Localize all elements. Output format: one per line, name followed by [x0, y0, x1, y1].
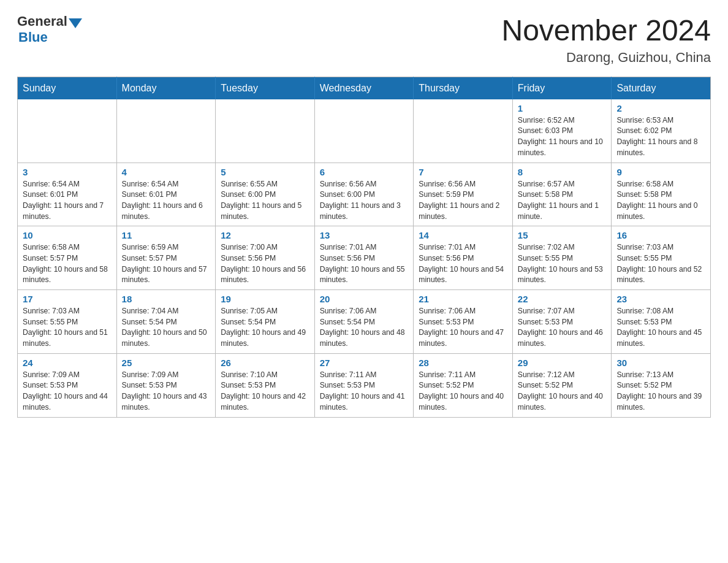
day-number: 28	[419, 358, 507, 368]
day-number: 1	[518, 103, 607, 113]
day-info: Sunrise: 7:11 AM Sunset: 5:53 PM Dayligh…	[320, 370, 409, 413]
day-number: 23	[616, 294, 705, 304]
day-number: 29	[518, 358, 607, 368]
day-info: Sunrise: 6:59 AM Sunset: 5:57 PM Dayligh…	[122, 242, 211, 286]
weekday-header-friday: Friday	[512, 77, 612, 99]
day-info: Sunrise: 6:57 AM Sunset: 5:58 PM Dayligh…	[518, 179, 607, 223]
day-info: Sunrise: 7:02 AM Sunset: 5:55 PM Dayligh…	[518, 242, 607, 286]
day-number: 14	[419, 230, 507, 240]
day-number: 10	[23, 230, 112, 240]
calendar-cell: 4Sunrise: 6:54 AM Sunset: 6:01 PM Daylig…	[116, 163, 216, 226]
weekday-header-tuesday: Tuesday	[216, 77, 315, 99]
day-info: Sunrise: 7:08 AM Sunset: 5:53 PM Dayligh…	[616, 306, 705, 350]
day-info: Sunrise: 7:07 AM Sunset: 5:53 PM Dayligh…	[518, 306, 607, 350]
calendar-week-row: 24Sunrise: 7:09 AM Sunset: 5:53 PM Dayli…	[18, 353, 711, 417]
day-number: 16	[616, 230, 705, 240]
day-number: 3	[23, 167, 112, 177]
calendar-table: SundayMondayTuesdayWednesdayThursdayFrid…	[17, 77, 711, 418]
day-number: 15	[518, 230, 607, 240]
calendar-cell: 18Sunrise: 7:04 AM Sunset: 5:54 PM Dayli…	[116, 290, 216, 354]
calendar-cell: 20Sunrise: 7:06 AM Sunset: 5:54 PM Dayli…	[314, 290, 414, 354]
logo-blue-text: Blue	[18, 29, 48, 45]
day-info: Sunrise: 7:04 AM Sunset: 5:54 PM Dayligh…	[122, 306, 211, 350]
title-area: November 2024 Darong, Guizhou, China	[501, 15, 711, 66]
day-number: 27	[320, 358, 409, 368]
calendar-week-row: 10Sunrise: 6:58 AM Sunset: 5:57 PM Dayli…	[18, 226, 711, 290]
day-info: Sunrise: 7:12 AM Sunset: 5:52 PM Dayligh…	[518, 370, 607, 413]
calendar-cell: 3Sunrise: 6:54 AM Sunset: 6:01 PM Daylig…	[18, 163, 117, 226]
day-info: Sunrise: 6:56 AM Sunset: 5:59 PM Dayligh…	[419, 179, 507, 223]
day-info: Sunrise: 7:09 AM Sunset: 5:53 PM Dayligh…	[122, 370, 211, 413]
calendar-cell: 5Sunrise: 6:55 AM Sunset: 6:00 PM Daylig…	[216, 163, 315, 226]
day-number: 24	[23, 358, 112, 368]
day-info: Sunrise: 7:03 AM Sunset: 5:55 PM Dayligh…	[23, 306, 112, 350]
day-info: Sunrise: 7:01 AM Sunset: 5:56 PM Dayligh…	[419, 242, 507, 286]
day-info: Sunrise: 6:55 AM Sunset: 6:00 PM Dayligh…	[221, 179, 309, 223]
day-info: Sunrise: 7:13 AM Sunset: 5:52 PM Dayligh…	[616, 370, 705, 413]
day-info: Sunrise: 6:54 AM Sunset: 6:01 PM Dayligh…	[23, 179, 112, 223]
calendar-cell: 2Sunrise: 6:53 AM Sunset: 6:02 PM Daylig…	[612, 99, 711, 163]
calendar-cell: 15Sunrise: 7:02 AM Sunset: 5:55 PM Dayli…	[512, 226, 612, 290]
calendar-cell: 25Sunrise: 7:09 AM Sunset: 5:53 PM Dayli…	[116, 353, 216, 417]
day-number: 18	[122, 294, 211, 304]
calendar-cell: 6Sunrise: 6:56 AM Sunset: 6:00 PM Daylig…	[314, 163, 414, 226]
calendar-cell	[314, 99, 414, 163]
day-number: 6	[320, 167, 409, 177]
calendar-cell	[116, 99, 216, 163]
day-info: Sunrise: 7:01 AM Sunset: 5:56 PM Dayligh…	[320, 242, 409, 286]
day-number: 13	[320, 230, 409, 240]
calendar-cell: 14Sunrise: 7:01 AM Sunset: 5:56 PM Dayli…	[414, 226, 513, 290]
calendar-cell: 17Sunrise: 7:03 AM Sunset: 5:55 PM Dayli…	[18, 290, 117, 354]
calendar-cell: 12Sunrise: 7:00 AM Sunset: 5:56 PM Dayli…	[216, 226, 315, 290]
day-number: 11	[122, 230, 211, 240]
calendar-cell	[216, 99, 315, 163]
calendar-cell: 29Sunrise: 7:12 AM Sunset: 5:52 PM Dayli…	[512, 353, 612, 417]
day-info: Sunrise: 7:06 AM Sunset: 5:54 PM Dayligh…	[320, 306, 409, 350]
calendar-cell: 1Sunrise: 6:52 AM Sunset: 6:03 PM Daylig…	[512, 99, 612, 163]
day-number: 25	[122, 358, 211, 368]
page-header: General Blue November 2024 Darong, Guizh…	[17, 15, 711, 66]
day-number: 22	[518, 294, 607, 304]
calendar-cell: 22Sunrise: 7:07 AM Sunset: 5:53 PM Dayli…	[512, 290, 612, 354]
calendar-week-row: 1Sunrise: 6:52 AM Sunset: 6:03 PM Daylig…	[18, 99, 711, 163]
day-number: 19	[221, 294, 309, 304]
calendar-cell: 27Sunrise: 7:11 AM Sunset: 5:53 PM Dayli…	[314, 353, 414, 417]
day-info: Sunrise: 6:53 AM Sunset: 6:02 PM Dayligh…	[616, 115, 705, 159]
calendar-cell	[18, 99, 117, 163]
weekday-header-monday: Monday	[116, 77, 216, 99]
location-title: Darong, Guizhou, China	[501, 50, 711, 66]
day-number: 21	[419, 294, 507, 304]
day-number: 2	[616, 103, 705, 113]
day-info: Sunrise: 6:54 AM Sunset: 6:01 PM Dayligh…	[122, 179, 211, 223]
day-info: Sunrise: 7:09 AM Sunset: 5:53 PM Dayligh…	[23, 370, 112, 413]
logo-arrow-icon	[69, 18, 82, 28]
calendar-cell: 10Sunrise: 6:58 AM Sunset: 5:57 PM Dayli…	[18, 226, 117, 290]
calendar-week-row: 17Sunrise: 7:03 AM Sunset: 5:55 PM Dayli…	[18, 290, 711, 354]
day-number: 5	[221, 167, 309, 177]
calendar-cell: 30Sunrise: 7:13 AM Sunset: 5:52 PM Dayli…	[612, 353, 711, 417]
day-info: Sunrise: 7:00 AM Sunset: 5:56 PM Dayligh…	[221, 242, 309, 286]
day-number: 30	[616, 358, 705, 368]
weekday-header-sunday: Sunday	[18, 77, 117, 99]
day-number: 12	[221, 230, 309, 240]
logo: General Blue	[17, 15, 82, 45]
day-info: Sunrise: 7:03 AM Sunset: 5:55 PM Dayligh…	[616, 242, 705, 286]
calendar-cell: 23Sunrise: 7:08 AM Sunset: 5:53 PM Dayli…	[612, 290, 711, 354]
calendar-cell: 21Sunrise: 7:06 AM Sunset: 5:53 PM Dayli…	[414, 290, 513, 354]
calendar-cell: 13Sunrise: 7:01 AM Sunset: 5:56 PM Dayli…	[314, 226, 414, 290]
calendar-cell: 8Sunrise: 6:57 AM Sunset: 5:58 PM Daylig…	[512, 163, 612, 226]
day-number: 17	[23, 294, 112, 304]
day-info: Sunrise: 6:58 AM Sunset: 5:57 PM Dayligh…	[23, 242, 112, 286]
day-info: Sunrise: 6:58 AM Sunset: 5:58 PM Dayligh…	[616, 179, 705, 223]
day-info: Sunrise: 6:56 AM Sunset: 6:00 PM Dayligh…	[320, 179, 409, 223]
calendar-cell: 7Sunrise: 6:56 AM Sunset: 5:59 PM Daylig…	[414, 163, 513, 226]
day-info: Sunrise: 7:06 AM Sunset: 5:53 PM Dayligh…	[419, 306, 507, 350]
calendar-cell: 28Sunrise: 7:11 AM Sunset: 5:52 PM Dayli…	[414, 353, 513, 417]
day-number: 20	[320, 294, 409, 304]
weekday-header-row: SundayMondayTuesdayWednesdayThursdayFrid…	[18, 77, 711, 99]
month-title: November 2024	[501, 15, 711, 47]
day-info: Sunrise: 7:11 AM Sunset: 5:52 PM Dayligh…	[419, 370, 507, 413]
day-info: Sunrise: 7:05 AM Sunset: 5:54 PM Dayligh…	[221, 306, 309, 350]
day-number: 8	[518, 167, 607, 177]
day-info: Sunrise: 7:10 AM Sunset: 5:53 PM Dayligh…	[221, 370, 309, 413]
